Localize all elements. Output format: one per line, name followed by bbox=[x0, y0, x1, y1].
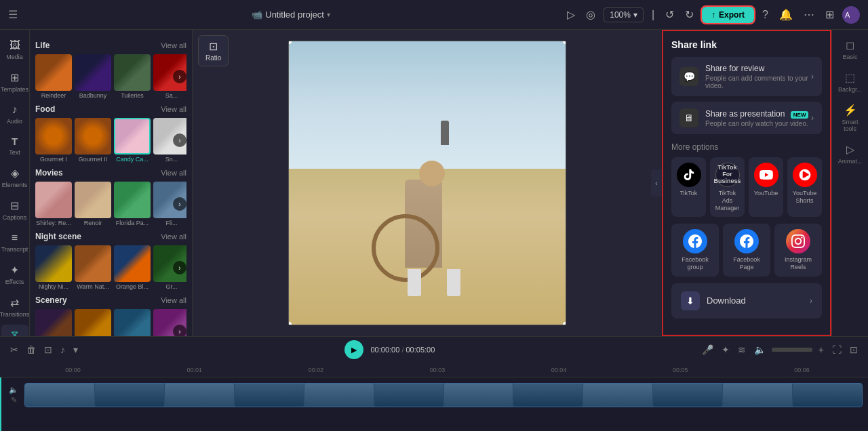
sidebar-item-captions[interactable]: ⊟ Captions bbox=[1, 195, 28, 225]
tiktok-icon bbox=[677, 163, 701, 187]
export-button[interactable]: ↑ Export bbox=[702, 7, 754, 23]
canvas-handle-tr[interactable] bbox=[563, 41, 566, 44]
volume-slider[interactable] bbox=[772, 348, 812, 352]
section-night-viewall[interactable]: View all bbox=[161, 232, 186, 241]
notification-icon-btn[interactable]: 🔔 bbox=[776, 5, 795, 24]
section-movies-thumbs: Shirley: Re... Renoir Florida Pa... Fli.… bbox=[35, 182, 186, 226]
social-ytshorts[interactable]: YouTube Shorts bbox=[787, 157, 822, 217]
sidebar-item-audio[interactable]: ♪ Audio bbox=[1, 100, 28, 129]
more-options-btn[interactable]: ⊡ bbox=[848, 342, 860, 357]
thumb-orangebl[interactable]: Orange Bl... bbox=[114, 245, 151, 290]
media-icon: 🖼 bbox=[9, 39, 20, 52]
section-food-viewall[interactable]: View all bbox=[161, 105, 186, 113]
sidebar-item-elements[interactable]: ◈ Elements bbox=[1, 163, 28, 192]
share-presentation-option[interactable]: 🖥 Share as presentation NEW People can o… bbox=[671, 102, 822, 134]
templates-icon: ⊞ bbox=[10, 71, 19, 84]
thumb-tuileries[interactable]: Tuileries bbox=[114, 54, 151, 99]
avatar-btn[interactable]: A bbox=[842, 6, 860, 24]
social-igreels[interactable]: Instagram Reels bbox=[774, 224, 822, 276]
redo-btn[interactable]: ↻ bbox=[682, 5, 696, 24]
fullscreen-btn[interactable]: ⛶ bbox=[830, 342, 844, 357]
sidebar-item-filters[interactable]: ⧖ Filters bbox=[1, 325, 28, 336]
social-youtube[interactable]: YouTube bbox=[749, 157, 783, 217]
thumb-renoir[interactable]: Renoir bbox=[75, 182, 111, 226]
fbpage-label: Facebook Page bbox=[726, 256, 768, 271]
target-icon-btn[interactable]: ◎ bbox=[583, 5, 598, 24]
track-content-1[interactable] bbox=[24, 383, 863, 407]
frs-basic[interactable]: ◻ Basic bbox=[834, 35, 867, 64]
sidebar-item-transcript[interactable]: ≡ Transcript bbox=[1, 228, 28, 257]
volume-icon-btn[interactable]: 🔈 bbox=[752, 342, 768, 357]
section-scenery-viewall[interactable]: View all bbox=[161, 296, 186, 304]
delete-icon-btn[interactable]: 🗑 bbox=[24, 342, 38, 357]
ratio-button[interactable]: ⊡ Ratio bbox=[198, 35, 229, 66]
thumb-shirley[interactable]: Shirley: Re... bbox=[35, 182, 72, 226]
thumb-moodfall[interactable]: Moody Fall bbox=[35, 309, 72, 336]
social-tiktok[interactable]: TikTok bbox=[671, 157, 706, 217]
social-tiktokads[interactable]: TikTok For Business TikTok Ads Manager bbox=[710, 157, 745, 217]
ruler-mark-1: 00:01 bbox=[134, 367, 255, 373]
cut-icon-btn[interactable]: ✂ bbox=[8, 342, 20, 357]
thumb-nightn[interactable]: Nighty Ni... bbox=[35, 245, 72, 290]
project-name-label[interactable]: Untitled project bbox=[265, 9, 324, 20]
project-dropdown-icon[interactable]: ▾ bbox=[327, 11, 330, 18]
life-next-btn[interactable]: › bbox=[173, 70, 186, 83]
section-life-viewall[interactable]: View all bbox=[161, 41, 186, 49]
canvas-handle-bl[interactable] bbox=[288, 322, 292, 325]
zoom-button[interactable]: 100% ▾ bbox=[604, 7, 644, 22]
sidebar-item-transitions[interactable]: ⇄ Transitions bbox=[1, 292, 28, 322]
undo-btn[interactable]: ↺ bbox=[663, 5, 677, 24]
thumb-reindeer[interactable]: Reindeer bbox=[35, 54, 72, 99]
sidebar-item-templates[interactable]: ⊞ Templates bbox=[1, 67, 28, 97]
download-button[interactable]: ⬇ Download › bbox=[671, 283, 822, 319]
help-icon-btn[interactable]: ? bbox=[760, 6, 771, 24]
social-fbgroup[interactable]: Facebook group bbox=[671, 224, 719, 276]
section-food-title: Food bbox=[35, 104, 55, 114]
thumb-badbunny[interactable]: Badbunny bbox=[75, 54, 111, 99]
thumb-gourmet2[interactable]: Gourmet II bbox=[75, 118, 111, 163]
speed-btn[interactable]: ▾ bbox=[71, 342, 80, 357]
canvas-handle-br[interactable] bbox=[563, 322, 566, 325]
volume-add-btn[interactable]: + bbox=[816, 342, 826, 357]
audio-edit-btn[interactable]: ♪ bbox=[58, 342, 67, 357]
play-pause-button[interactable]: ▶ bbox=[344, 340, 363, 359]
social-fbpage[interactable]: Facebook Page bbox=[723, 224, 770, 276]
layout-icon-btn[interactable]: ⊞ bbox=[823, 5, 837, 24]
magic-icon-btn[interactable]: ✦ bbox=[719, 342, 732, 357]
night-next-btn[interactable]: › bbox=[173, 261, 186, 274]
sidebar-item-text[interactable]: T Text bbox=[1, 131, 28, 160]
waveform-icon-btn[interactable]: ≋ bbox=[736, 342, 748, 357]
thumb-warmnat[interactable]: Warm Nat... bbox=[75, 245, 111, 290]
frs-smart[interactable]: ⚡ Smart tools bbox=[834, 100, 867, 136]
scenery-next-btn[interactable]: › bbox=[173, 325, 186, 336]
thumb-amber[interactable]: Amber bbox=[75, 309, 111, 336]
movies-next-btn[interactable]: › bbox=[173, 197, 186, 211]
mic-icon-btn[interactable]: 🎤 bbox=[700, 342, 715, 357]
play-icon-btn[interactable]: ▷ bbox=[564, 5, 578, 24]
timeline-playhead[interactable] bbox=[0, 377, 1, 431]
more-icon-btn[interactable]: ⋯ bbox=[801, 5, 817, 24]
share-review-option[interactable]: 💬 Share for review People can add commen… bbox=[671, 57, 822, 96]
video-frame-10 bbox=[653, 384, 722, 407]
frs-background[interactable]: ⬚ Backgr... bbox=[834, 68, 867, 96]
effects-icon: ✦ bbox=[10, 264, 19, 276]
share-panel-title: Share link bbox=[671, 39, 822, 50]
track-edit-btn[interactable]: ✎ bbox=[11, 396, 17, 405]
food-next-btn[interactable]: › bbox=[173, 134, 186, 147]
track-volume-btn[interactable]: 🔈 bbox=[9, 386, 18, 394]
project-name[interactable]: 📹 Untitled project ▾ bbox=[252, 9, 330, 20]
sidebar-item-effects[interactable]: ✦ Effects bbox=[1, 260, 28, 289]
video-canvas[interactable] bbox=[288, 41, 566, 325]
thumb-candy[interactable]: Candy Ca... bbox=[114, 118, 151, 163]
crop-icon-btn[interactable]: ⊡ bbox=[42, 342, 54, 357]
video-frames bbox=[25, 384, 862, 407]
thumb-florida[interactable]: Florida Pa... bbox=[114, 182, 151, 226]
thumb-oceaneyes[interactable]: Ocean Eyes bbox=[114, 309, 151, 336]
ratio-label: Ratio bbox=[205, 54, 221, 62]
ratio-icon: ⊡ bbox=[205, 40, 221, 53]
section-movies-viewall[interactable]: View all bbox=[161, 169, 186, 177]
frs-animate[interactable]: ▷ Animat... bbox=[834, 140, 867, 168]
thumb-gourmet1[interactable]: Gourmet I bbox=[35, 118, 72, 163]
sidebar-item-media[interactable]: 🖼 Media bbox=[1, 35, 28, 64]
menu-icon[interactable]: ☰ bbox=[8, 8, 18, 21]
